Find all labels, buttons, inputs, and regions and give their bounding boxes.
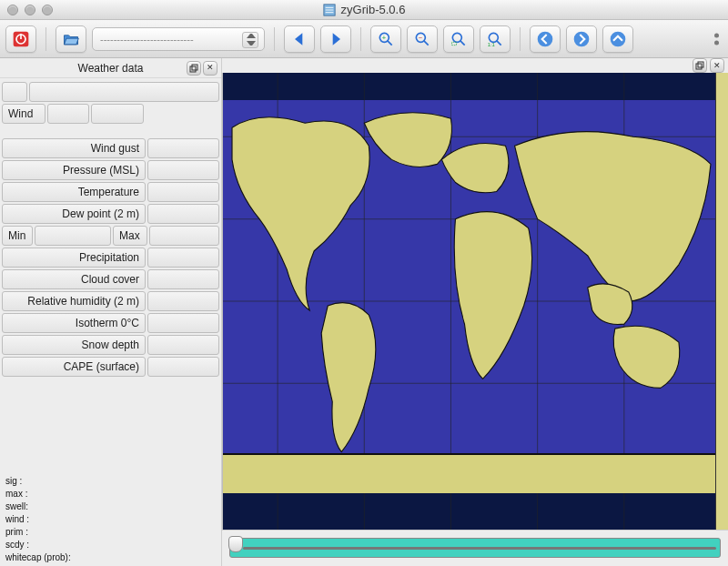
panel-header: Weather data: [0, 58, 221, 78]
world-map[interactable]: [222, 73, 715, 530]
window-title: zyGrib-5.0.6: [341, 3, 406, 16]
row-wind-gust[interactable]: Wind gust: [2, 138, 219, 158]
time-slider[interactable]: [229, 538, 721, 558]
wave-legend: sig : max : swell: wind : prim : scdy : …: [0, 473, 221, 566]
combo-placeholder: ----------------------------: [100, 34, 194, 45]
date-selector-combo[interactable]: ----------------------------: [92, 27, 265, 51]
svg-point-16: [538, 31, 553, 46]
zoom-out-button[interactable]: −: [407, 25, 438, 53]
svg-rect-19: [190, 66, 196, 72]
undock-button[interactable]: [187, 61, 201, 76]
svg-line-14: [497, 40, 501, 45]
svg-rect-20: [192, 65, 197, 70]
row-cape[interactable]: CAPE (surface): [2, 357, 219, 377]
svg-line-8: [424, 40, 429, 45]
row-temperature[interactable]: Temperature: [2, 182, 219, 202]
sidebar: Weather data Wind Wind gust: [0, 58, 222, 566]
svg-text:−: −: [419, 33, 423, 41]
combo-stepper-icon: [247, 34, 256, 45]
close-panel-button[interactable]: [203, 61, 217, 76]
svg-point-18: [611, 31, 626, 46]
step-forward-button[interactable]: [320, 25, 351, 53]
row-precipitation[interactable]: Precipitation: [2, 248, 219, 268]
row-wind[interactable]: Wind: [2, 104, 219, 124]
slider-knob[interactable]: [228, 536, 243, 552]
svg-text:1:1: 1:1: [488, 42, 495, 47]
window-controls: [7, 5, 53, 15]
traffic-minimize[interactable]: [25, 5, 35, 15]
traffic-zoom[interactable]: [42, 5, 53, 15]
nav-up-button[interactable]: [602, 25, 633, 53]
row-minmax[interactable]: Min Max: [2, 226, 219, 246]
nav-forward-button[interactable]: [566, 25, 597, 53]
svg-point-17: [574, 31, 590, 46]
svg-rect-22: [698, 62, 703, 67]
map-close-button[interactable]: [710, 58, 724, 73]
zoom-fit-button[interactable]: [443, 25, 474, 53]
map-undock-button[interactable]: [693, 58, 707, 73]
row-pressure[interactable]: Pressure (MSL): [2, 160, 219, 180]
titlebar: zyGrib-5.0.6: [0, 0, 728, 20]
toolbar-overflow-icon[interactable]: [714, 33, 719, 45]
row-cloudcover[interactable]: Cloud cover: [2, 269, 219, 289]
svg-rect-21: [696, 64, 702, 69]
panel-title: Weather data: [78, 62, 144, 75]
main-area: Weather data Wind Wind gust: [0, 58, 728, 566]
traffic-close[interactable]: [7, 5, 18, 15]
open-file-button[interactable]: [56, 25, 86, 53]
toolbar: ---------------------------- + − 1:1: [0, 20, 728, 58]
svg-text:+: +: [382, 33, 387, 41]
nav-back-button[interactable]: [530, 25, 561, 53]
map-colorbar: [715, 73, 728, 530]
zoom-reset-button[interactable]: 1:1: [480, 25, 511, 53]
row-snowdepth[interactable]: Snow depth: [2, 335, 219, 355]
map-panel: [222, 58, 728, 566]
svg-line-11: [460, 40, 465, 45]
time-slider-bar: [222, 530, 728, 566]
weather-parameter-list: Wind Wind gust Pressure (MSL) Temperatur…: [0, 78, 221, 380]
svg-line-5: [388, 40, 392, 45]
zoom-in-button[interactable]: +: [370, 25, 401, 53]
app-icon: [323, 4, 336, 16]
power-button[interactable]: [5, 25, 36, 53]
row-dewpoint[interactable]: Dew point (2 m): [2, 204, 219, 224]
svg-rect-0: [323, 4, 334, 15]
step-back-button[interactable]: [284, 25, 315, 53]
row-relhumidity[interactable]: Relative humidity (2 m): [2, 291, 219, 311]
row-isotherm[interactable]: Isotherm 0°C: [2, 313, 219, 333]
